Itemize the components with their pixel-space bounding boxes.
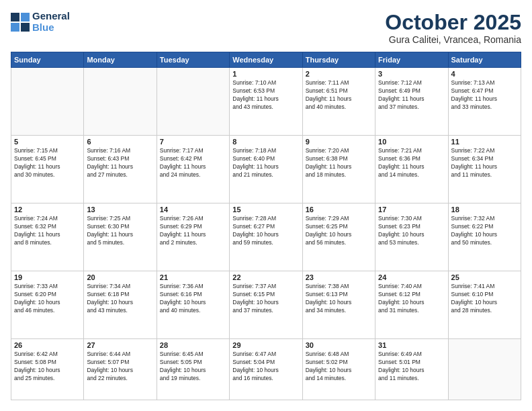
day-number: 21 bbox=[160, 273, 226, 281]
day-info: Sunrise: 6:47 AM Sunset: 5:04 PM Dayligh… bbox=[232, 351, 299, 383]
day-info: Sunrise: 7:38 AM Sunset: 6:13 PM Dayligh… bbox=[306, 283, 372, 315]
day-info: Sunrise: 7:11 AM Sunset: 6:51 PM Dayligh… bbox=[306, 79, 372, 111]
day-number: 31 bbox=[378, 341, 445, 349]
calendar-cell: 19Sunrise: 7:33 AM Sunset: 6:20 PM Dayli… bbox=[11, 271, 84, 339]
day-number: 25 bbox=[451, 273, 518, 281]
page: General Blue October 2025 Gura Calitei, … bbox=[0, 0, 532, 411]
day-info: Sunrise: 7:30 AM Sunset: 6:23 PM Dayligh… bbox=[378, 215, 445, 247]
calendar-cell: 12Sunrise: 7:24 AM Sunset: 6:32 PM Dayli… bbox=[11, 203, 84, 271]
calendar-cell: 4Sunrise: 7:13 AM Sunset: 6:47 PM Daylig… bbox=[448, 68, 521, 136]
day-info: Sunrise: 7:40 AM Sunset: 6:12 PM Dayligh… bbox=[378, 283, 445, 315]
day-info: Sunrise: 7:22 AM Sunset: 6:34 PM Dayligh… bbox=[451, 147, 518, 179]
day-info: Sunrise: 6:44 AM Sunset: 5:07 PM Dayligh… bbox=[87, 351, 153, 383]
day-info: Sunrise: 6:45 AM Sunset: 5:05 PM Dayligh… bbox=[160, 351, 226, 383]
day-info: Sunrise: 7:16 AM Sunset: 6:43 PM Dayligh… bbox=[87, 147, 153, 179]
day-info: Sunrise: 7:13 AM Sunset: 6:47 PM Dayligh… bbox=[451, 79, 518, 111]
day-number: 5 bbox=[14, 138, 81, 146]
calendar-cell bbox=[448, 339, 521, 400]
calendar-cell: 8Sunrise: 7:18 AM Sunset: 6:40 PM Daylig… bbox=[230, 136, 302, 203]
calendar-cell: 2Sunrise: 7:11 AM Sunset: 6:51 PM Daylig… bbox=[302, 68, 375, 136]
day-number: 13 bbox=[87, 205, 153, 214]
calendar-cell: 7Sunrise: 7:17 AM Sunset: 6:42 PM Daylig… bbox=[157, 136, 229, 203]
calendar-cell bbox=[11, 68, 84, 136]
header-saturday: Saturday bbox=[448, 52, 521, 68]
day-info: Sunrise: 7:20 AM Sunset: 6:38 PM Dayligh… bbox=[306, 147, 372, 179]
day-info: Sunrise: 7:36 AM Sunset: 6:16 PM Dayligh… bbox=[160, 283, 226, 315]
calendar-cell: 17Sunrise: 7:30 AM Sunset: 6:23 PM Dayli… bbox=[375, 203, 448, 271]
day-number: 3 bbox=[378, 70, 445, 78]
day-number: 15 bbox=[232, 205, 299, 214]
day-number: 9 bbox=[306, 138, 372, 146]
calendar-cell: 30Sunrise: 6:48 AM Sunset: 5:02 PM Dayli… bbox=[302, 339, 375, 400]
calendar-cell: 18Sunrise: 7:32 AM Sunset: 6:22 PM Dayli… bbox=[448, 203, 521, 271]
logo: General Blue bbox=[11, 11, 70, 33]
day-number: 20 bbox=[87, 273, 153, 281]
day-info: Sunrise: 7:37 AM Sunset: 6:15 PM Dayligh… bbox=[232, 283, 299, 315]
calendar-cell: 31Sunrise: 6:49 AM Sunset: 5:01 PM Dayli… bbox=[375, 339, 448, 400]
svg-rect-0 bbox=[11, 13, 19, 21]
day-info: Sunrise: 7:15 AM Sunset: 6:45 PM Dayligh… bbox=[14, 147, 81, 179]
svg-rect-1 bbox=[21, 13, 30, 21]
calendar-cell: 27Sunrise: 6:44 AM Sunset: 5:07 PM Dayli… bbox=[84, 339, 157, 400]
day-number: 19 bbox=[14, 273, 81, 281]
header-monday: Monday bbox=[84, 52, 157, 68]
day-number: 4 bbox=[451, 70, 518, 78]
day-number: 28 bbox=[160, 341, 226, 349]
calendar-cell: 21Sunrise: 7:36 AM Sunset: 6:16 PM Dayli… bbox=[157, 271, 229, 339]
day-info: Sunrise: 7:21 AM Sunset: 6:36 PM Dayligh… bbox=[378, 147, 445, 179]
title-area: October 2025 Gura Calitei, Vrancea, Roma… bbox=[385, 11, 521, 45]
calendar-cell: 5Sunrise: 7:15 AM Sunset: 6:45 PM Daylig… bbox=[11, 136, 84, 203]
day-info: Sunrise: 7:18 AM Sunset: 6:40 PM Dayligh… bbox=[232, 147, 299, 179]
day-info: Sunrise: 7:32 AM Sunset: 6:22 PM Dayligh… bbox=[451, 215, 518, 247]
day-number: 7 bbox=[160, 138, 226, 146]
day-info: Sunrise: 7:33 AM Sunset: 6:20 PM Dayligh… bbox=[14, 283, 81, 315]
day-number: 10 bbox=[378, 138, 445, 146]
day-info: Sunrise: 7:17 AM Sunset: 6:42 PM Dayligh… bbox=[160, 147, 226, 179]
calendar-cell: 13Sunrise: 7:25 AM Sunset: 6:30 PM Dayli… bbox=[84, 203, 157, 271]
day-number: 24 bbox=[378, 273, 445, 281]
day-number: 12 bbox=[14, 205, 81, 214]
day-info: Sunrise: 7:25 AM Sunset: 6:30 PM Dayligh… bbox=[87, 215, 153, 247]
day-number: 27 bbox=[87, 341, 153, 349]
day-info: Sunrise: 7:26 AM Sunset: 6:29 PM Dayligh… bbox=[160, 215, 226, 247]
header-sunday: Sunday bbox=[11, 52, 84, 68]
day-number: 2 bbox=[306, 70, 372, 78]
calendar-cell: 10Sunrise: 7:21 AM Sunset: 6:36 PM Dayli… bbox=[375, 136, 448, 203]
day-info: Sunrise: 6:49 AM Sunset: 5:01 PM Dayligh… bbox=[378, 351, 445, 383]
weekday-header-row: Sunday Monday Tuesday Wednesday Thursday… bbox=[11, 52, 521, 68]
svg-rect-3 bbox=[21, 23, 30, 32]
calendar-cell: 22Sunrise: 7:37 AM Sunset: 6:15 PM Dayli… bbox=[230, 271, 302, 339]
day-info: Sunrise: 7:29 AM Sunset: 6:25 PM Dayligh… bbox=[306, 215, 372, 247]
header-tuesday: Tuesday bbox=[157, 52, 229, 68]
calendar-cell: 3Sunrise: 7:12 AM Sunset: 6:49 PM Daylig… bbox=[375, 68, 448, 136]
calendar-cell: 26Sunrise: 6:42 AM Sunset: 5:08 PM Dayli… bbox=[11, 339, 84, 400]
header: General Blue October 2025 Gura Calitei, … bbox=[11, 11, 521, 45]
day-number: 23 bbox=[306, 273, 372, 281]
logo-general: General bbox=[32, 11, 70, 22]
logo-icon bbox=[11, 13, 30, 32]
calendar-table: Sunday Monday Tuesday Wednesday Thursday… bbox=[11, 52, 521, 400]
header-friday: Friday bbox=[375, 52, 448, 68]
calendar-cell: 14Sunrise: 7:26 AM Sunset: 6:29 PM Dayli… bbox=[157, 203, 229, 271]
day-number: 11 bbox=[451, 138, 518, 146]
calendar-cell: 28Sunrise: 6:45 AM Sunset: 5:05 PM Dayli… bbox=[157, 339, 229, 400]
month-title: October 2025 bbox=[385, 11, 521, 34]
calendar-cell: 11Sunrise: 7:22 AM Sunset: 6:34 PM Dayli… bbox=[448, 136, 521, 203]
calendar-cell: 16Sunrise: 7:29 AM Sunset: 6:25 PM Dayli… bbox=[302, 203, 375, 271]
location-subtitle: Gura Calitei, Vrancea, Romania bbox=[385, 34, 521, 45]
day-number: 1 bbox=[232, 70, 299, 78]
day-info: Sunrise: 7:34 AM Sunset: 6:18 PM Dayligh… bbox=[87, 283, 153, 315]
calendar-cell: 9Sunrise: 7:20 AM Sunset: 6:38 PM Daylig… bbox=[302, 136, 375, 203]
day-number: 8 bbox=[232, 138, 299, 146]
day-number: 14 bbox=[160, 205, 226, 214]
day-number: 30 bbox=[306, 341, 372, 349]
calendar-cell: 1Sunrise: 7:10 AM Sunset: 6:53 PM Daylig… bbox=[230, 68, 302, 136]
day-number: 29 bbox=[232, 341, 299, 349]
day-number: 17 bbox=[378, 205, 445, 214]
calendar-cell bbox=[157, 68, 229, 136]
calendar-cell bbox=[84, 68, 157, 136]
header-thursday: Thursday bbox=[302, 52, 375, 68]
day-number: 26 bbox=[14, 341, 81, 349]
day-info: Sunrise: 7:10 AM Sunset: 6:53 PM Dayligh… bbox=[232, 79, 299, 111]
calendar-cell: 20Sunrise: 7:34 AM Sunset: 6:18 PM Dayli… bbox=[84, 271, 157, 339]
